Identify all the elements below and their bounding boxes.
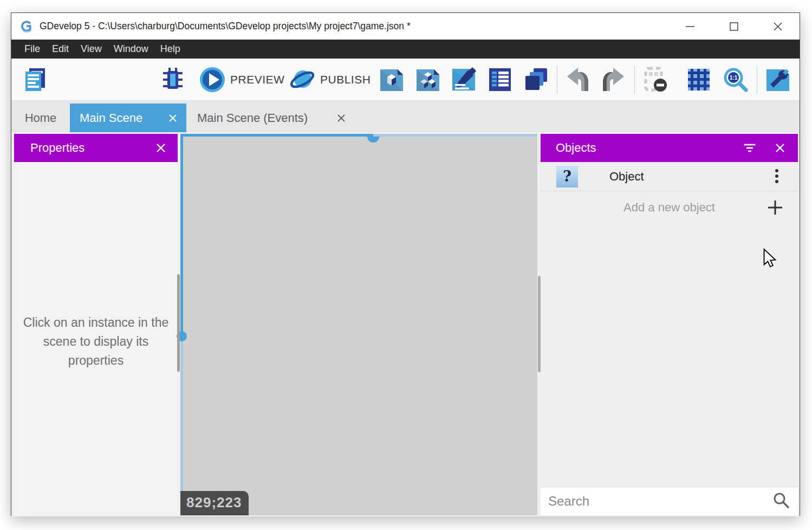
tab-home-label: Home <box>25 111 57 125</box>
menu-help[interactable]: Help <box>154 40 186 59</box>
close-icon <box>772 21 783 32</box>
cursor-coordinates-badge: 829;223 <box>180 491 249 515</box>
objects-panel-header: Objects <box>541 134 798 162</box>
window-mask-icon <box>642 66 669 93</box>
undo-icon <box>564 66 592 93</box>
zoom-one-to-one-icon: 1:1 <box>722 66 749 93</box>
debug-button[interactable] <box>159 66 186 93</box>
toolbar-separator <box>557 66 557 94</box>
filter-icon <box>742 141 758 154</box>
canvas-left-scrollbar[interactable] <box>177 274 180 372</box>
publish-globe-icon <box>289 66 316 93</box>
open-instances-list-button[interactable] <box>486 66 514 93</box>
minimize-button[interactable] <box>668 13 712 40</box>
open-settings-button[interactable] <box>764 66 791 93</box>
objects-search-bar <box>541 487 798 515</box>
properties-empty-message: Click on an instance in the scene to dis… <box>14 313 178 370</box>
title-bar: GDevelop 5 - C:\Users\charburg\Documents… <box>11 13 800 40</box>
objects-filter-button[interactable] <box>742 140 758 156</box>
scene-properties-pencil-icon <box>450 66 477 93</box>
debug-bug-icon <box>159 66 186 93</box>
object-menu-button[interactable] <box>769 169 785 185</box>
scene-border-top <box>180 134 373 137</box>
close-icon <box>337 114 346 122</box>
maximize-button[interactable] <box>712 13 756 40</box>
menu-window[interactable]: Window <box>108 40 154 59</box>
undo-button[interactable] <box>564 66 592 93</box>
toolbar-separator <box>757 66 757 94</box>
close-icon <box>775 143 785 153</box>
object-list-item[interactable]: ? Object <box>541 162 798 191</box>
project-manager-button[interactable] <box>21 66 48 93</box>
main-toolbar: PREVIEW PUBLISH <box>11 59 800 101</box>
add-new-object-button[interactable]: Add a new object <box>541 191 798 224</box>
preview-label: PREVIEW <box>230 73 284 86</box>
plus-icon <box>766 199 784 218</box>
layers-icon <box>522 66 549 93</box>
search-icon <box>772 491 790 512</box>
object-unknown-thumbnail-icon: ? <box>556 166 578 188</box>
project-manager-icon <box>21 66 48 93</box>
minimize-icon <box>685 21 696 32</box>
zoom-original-button[interactable]: 1:1 <box>722 66 749 93</box>
close-icon <box>168 114 177 122</box>
editor-content: Properties Click on an instance in the s… <box>11 132 800 516</box>
publish-button[interactable]: PUBLISH <box>289 66 371 93</box>
scene-border-left <box>180 134 183 337</box>
redo-button[interactable] <box>600 66 627 93</box>
toolbar-separator <box>634 66 635 94</box>
editor-tab-bar: Home Main Scene Main Scene (Events) <box>11 101 800 132</box>
tab-main-scene-label: Main Scene <box>80 111 142 125</box>
redo-icon <box>600 66 627 93</box>
tab-main-scene[interactable]: Main Scene <box>70 104 186 132</box>
edit-object-groups-icon <box>414 66 441 93</box>
toggle-grid-button[interactable] <box>685 66 712 93</box>
menu-file[interactable]: File <box>18 40 46 59</box>
tab-home[interactable]: Home <box>11 104 70 132</box>
close-icon <box>155 143 166 153</box>
tab-main-scene-close-button[interactable] <box>167 112 179 124</box>
objects-panel-title: Objects <box>541 141 596 155</box>
objects-search-input[interactable] <box>541 494 772 509</box>
edit-objects-icon <box>378 66 405 93</box>
preview-button[interactable]: PREVIEW <box>199 66 284 93</box>
publish-label: PUBLISH <box>320 73 371 86</box>
app-window: GDevelop 5 - C:\Users\charburg\Documents… <box>11 12 800 516</box>
properties-panel-header: Properties <box>14 134 178 162</box>
grid-icon <box>685 66 712 93</box>
scene-border-top-extension <box>373 134 537 137</box>
objects-close-button[interactable] <box>772 140 788 156</box>
mouse-cursor <box>763 248 777 268</box>
properties-panel-title: Properties <box>14 141 85 155</box>
edit-objects-button[interactable] <box>378 66 405 93</box>
edit-object-groups-button[interactable] <box>414 66 441 93</box>
svg-text:1:1: 1:1 <box>730 75 738 81</box>
window-title: GDevelop 5 - C:\Users\charburg\Documents… <box>40 21 411 32</box>
add-new-object-label: Add a new object <box>623 201 715 215</box>
maximize-icon <box>729 21 739 32</box>
open-layers-editor-button[interactable] <box>522 66 549 93</box>
instances-list-icon <box>486 66 514 93</box>
properties-panel: Properties Click on an instance in the s… <box>14 134 178 515</box>
object-name: Object <box>609 170 644 184</box>
scene-canvas[interactable]: 829;223 <box>180 134 537 515</box>
preview-play-icon <box>199 66 226 93</box>
toggle-window-mask-button[interactable] <box>642 66 669 93</box>
gdevelop-logo-icon <box>20 20 34 33</box>
properties-close-button[interactable] <box>153 140 169 156</box>
menu-view[interactable]: View <box>75 40 108 59</box>
window-controls <box>668 13 800 40</box>
edit-scene-properties-button[interactable] <box>450 66 477 93</box>
scene-border-left-extension <box>180 337 183 515</box>
tab-main-scene-events[interactable]: Main Scene (Events) <box>186 104 356 132</box>
tab-main-scene-events-label: Main Scene (Events) <box>197 111 308 125</box>
menu-edit[interactable]: Edit <box>46 40 75 59</box>
menu-bar: File Edit View Window Help <box>11 40 800 59</box>
scene-resize-handle-top[interactable] <box>367 137 379 143</box>
tab-main-scene-events-close-button[interactable] <box>335 112 347 124</box>
close-button[interactable] <box>756 13 800 40</box>
kebab-menu-icon <box>775 169 779 185</box>
objects-panel: Objects ? Object <box>541 134 798 515</box>
settings-wrench-icon <box>764 66 791 93</box>
